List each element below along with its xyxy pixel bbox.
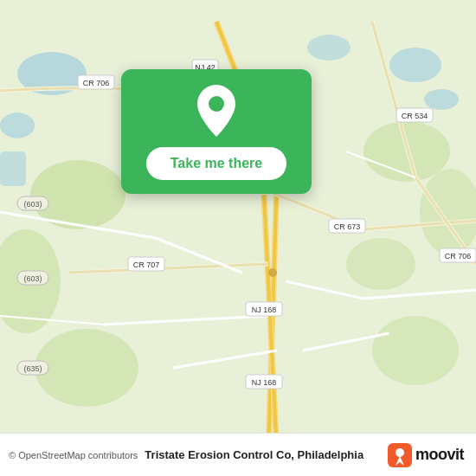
moovit-text: moovit — [415, 446, 464, 464]
moovit-icon — [388, 443, 412, 467]
svg-point-36 — [268, 268, 277, 277]
map-pin-icon — [194, 85, 239, 137]
svg-point-37 — [209, 96, 224, 112]
svg-point-4 — [424, 89, 459, 110]
svg-rect-6 — [0, 151, 26, 186]
svg-text:CR 673: CR 673 — [334, 222, 361, 231]
svg-text:CR 706: CR 706 — [445, 252, 472, 261]
svg-text:(603): (603) — [23, 274, 42, 283]
svg-point-3 — [389, 48, 441, 82]
svg-point-11 — [346, 238, 415, 290]
svg-text:(635): (635) — [23, 364, 42, 373]
svg-point-2 — [0, 113, 35, 138]
location-card: Take me there — [121, 69, 312, 194]
location-name: Tristate Erosion Control Co, Philadelphi… — [145, 448, 388, 461]
svg-point-39 — [396, 448, 404, 457]
osm-attribution: © OpenStreetMap contributors — [9, 450, 138, 460]
moovit-logo: moovit — [388, 443, 464, 467]
svg-text:(603): (603) — [23, 200, 42, 209]
bottom-bar: © OpenStreetMap contributors Tristate Er… — [0, 433, 476, 476]
svg-text:CR 534: CR 534 — [402, 112, 428, 120]
take-me-there-button[interactable]: Take me there — [146, 147, 286, 180]
svg-point-12 — [35, 329, 138, 407]
svg-text:CR 706: CR 706 — [83, 79, 110, 87]
svg-point-5 — [307, 35, 351, 61]
svg-text:CR 707: CR 707 — [133, 261, 160, 269]
svg-text:NJ 168: NJ 168 — [252, 378, 277, 387]
svg-point-13 — [372, 316, 459, 385]
svg-text:NJ 168: NJ 168 — [252, 306, 277, 314]
map-container: CR 706 NJ 42 CR 534 CR 673 CR 707 NJ 168… — [0, 0, 476, 476]
